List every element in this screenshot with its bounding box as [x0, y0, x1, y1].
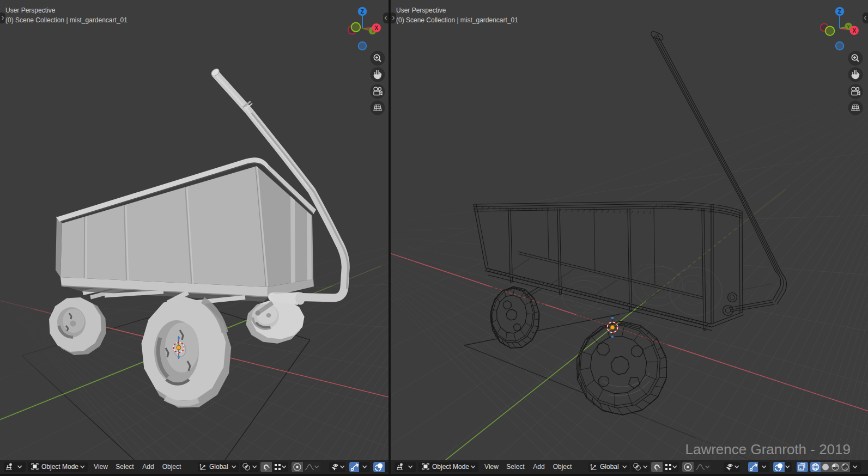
svg-text:Global: Global [600, 463, 619, 471]
svg-text:X: X [853, 28, 857, 34]
svg-text:Z: Z [361, 9, 364, 15]
svg-text:Z: Z [838, 9, 841, 15]
svg-text:Y: Y [847, 24, 850, 29]
svg-text:Object Mode: Object Mode [432, 463, 469, 471]
svg-text:Object Mode: Object Mode [41, 463, 78, 471]
svg-text:X: X [375, 25, 379, 31]
svg-text:Global: Global [209, 463, 228, 471]
